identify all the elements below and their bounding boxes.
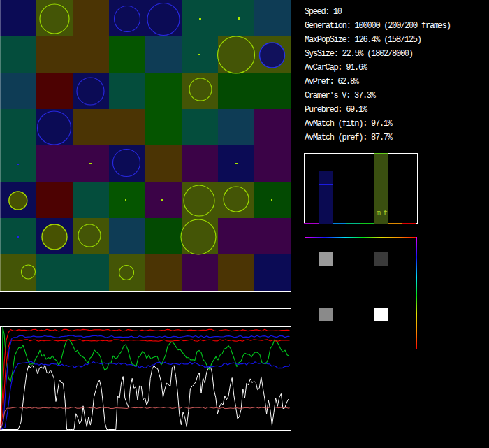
svg-text:AvMatch (fitn): 97.1%: AvMatch (fitn): 97.1% bbox=[305, 119, 393, 129]
svg-text:MaxPopSize: 126.4% (158/125): MaxPopSize: 126.4% (158/125) bbox=[305, 35, 422, 45]
svg-text:Cramer's V: 37.3%: Cramer's V: 37.3% bbox=[305, 91, 377, 101]
svg-text:AvCarCap: 91.6%: AvCarCap: 91.6% bbox=[305, 63, 368, 73]
svg-text:f: f bbox=[383, 209, 387, 217]
svg-text:Purebred: 69.1%: Purebred: 69.1% bbox=[305, 105, 368, 115]
svg-text:SysSize: 22.5% (1802/8000): SysSize: 22.5% (1802/8000) bbox=[305, 49, 414, 59]
svg-text:m: m bbox=[377, 209, 381, 217]
svg-text:Speed: 10: Speed: 10 bbox=[305, 7, 342, 17]
svg-text:AvMatch (pref): 87.7%: AvMatch (pref): 87.7% bbox=[305, 133, 393, 143]
svg-text:AvPref: 62.8%: AvPref: 62.8% bbox=[305, 77, 360, 87]
svg-text:Generation: 100000 (200/200 fr: Generation: 100000 (200/200 frames) bbox=[305, 21, 451, 31]
